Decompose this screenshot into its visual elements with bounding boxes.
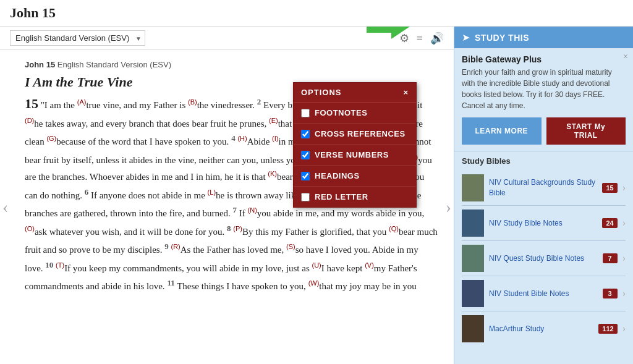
study-bible-name-0: NIV Cultural Backgrounds Study Bible [489,177,597,198]
cross-ref-b[interactable]: (B) [188,98,197,106]
study-bible-chevron-1: › [622,218,626,229]
toolbar-icons: ⚙ ≡ 🔊 [399,32,444,45]
study-bible-thumb-0 [462,174,484,201]
version-selector-wrapper[interactable]: English Standard Version (ESV) [10,30,145,46]
verse-num-6: 6 [85,187,89,197]
audio-icon[interactable]: 🔊 [430,32,444,45]
study-bible-info-1: NIV Study Bible Notes [489,218,597,229]
study-bible-info-4: MacArthur Study [489,324,593,334]
footnotes-checkbox[interactable] [301,109,310,117]
cross-ref-n[interactable]: (N) [248,206,257,214]
bible-panel: English Standard Version (ESV) ⚙ ≡ 🔊 OPT… [0,27,454,364]
study-this-icon: ➤ [462,32,470,43]
study-bible-chevron-3: › [622,288,626,299]
nav-next-button[interactable]: › [446,197,451,217]
page-title: John 15 [10,5,56,21]
cross-ref-u[interactable]: (U) [312,261,321,269]
learn-more-button[interactable]: LEARN MORE [462,117,542,145]
headings-label: HEADINGS [315,171,360,180]
study-bible-badge-2: 7 [603,253,618,263]
cross-ref-e[interactable]: (E) [269,117,278,124]
study-bible-badge-1: 24 [602,218,617,228]
headings-checkbox[interactable] [301,172,310,180]
svg-marker-0 [367,27,410,39]
study-bible-thumb-2 [462,245,484,272]
bible-toolbar: English Standard Version (ESV) ⚙ ≡ 🔊 [0,27,454,50]
verse-num-2: 2 [257,97,261,106]
study-bibles-title: Study Bibles [462,156,626,166]
promo-close-button[interactable]: × [623,52,628,62]
cross-ref-k[interactable]: (K) [268,170,277,177]
footnotes-label: FOOTNOTES [315,108,367,117]
main-layout: English Standard Version (ESV) ⚙ ≡ 🔊 OPT… [0,27,633,364]
study-bible-item-3[interactable]: NIV Student Bible Notes 3 › [462,276,626,311]
cross-references-label: CROSS REFERENCES [315,129,406,138]
study-bible-info-3: NIV Student Bible Notes [489,289,598,299]
study-bible-name-1: NIV Study Bible Notes [489,218,597,229]
cross-ref-g[interactable]: (G) [46,135,56,142]
study-panel-header: ➤ STUDY THIS [454,27,633,48]
verse-num-10: 10 [45,260,53,269]
chapter-reference: John 15 English Standard Version (ESV) [25,60,439,69]
cross-ref-r[interactable]: (R) [171,243,180,250]
promo-box: × Bible Gateway Plus Enrich your faith a… [454,48,633,151]
nav-prev-button[interactable]: ‹ [2,197,8,217]
start-trial-button[interactable]: START My TRIAL [546,117,626,145]
cross-ref-a[interactable]: (A) [77,98,87,106]
study-bible-thumb-4 [462,315,484,342]
study-bible-name-2: NIV Quest Study Bible Notes [489,253,598,264]
study-panel: ➤ STUDY THIS × Bible Gateway Plus Enrich… [454,27,633,364]
cross-references-checkbox[interactable] [301,130,310,138]
option-footnotes[interactable]: FOOTNOTES [294,103,416,124]
options-close-button[interactable]: × [403,88,409,97]
option-verse-numbers[interactable]: VERSE NUMBERS [294,145,416,166]
verse-num-11: 11 [167,278,174,287]
columns-icon[interactable]: ≡ [417,32,423,44]
verse-num-4: 4 [231,133,236,143]
study-bible-chevron-2: › [622,253,626,264]
green-arrow-indicator [367,27,410,39]
study-bible-item-2[interactable]: NIV Quest Study Bible Notes 7 › [462,241,626,276]
options-menu: OPTIONS × FOOTNOTES CROSS REFERENCES VER… [293,82,417,208]
study-bible-badge-4: 112 [598,324,617,334]
promo-buttons: LEARN MORE START My TRIAL [462,117,626,145]
red-letter-label: RED LETTER [315,192,368,201]
study-bible-info-0: NIV Cultural Backgrounds Study Bible [489,177,597,198]
cross-ref-t[interactable]: (T) [56,261,64,269]
verse-numbers-label: VERSE NUMBERS [315,150,389,159]
version-select[interactable]: English Standard Version (ESV) [10,30,145,46]
option-cross-references[interactable]: CROSS REFERENCES [294,124,416,145]
cross-ref-i[interactable]: (I) [272,135,278,142]
study-bible-item-0[interactable]: NIV Cultural Backgrounds Study Bible 15 … [462,171,626,206]
options-title: OPTIONS [301,88,342,97]
study-this-title: STUDY THIS [475,33,529,43]
verse-numbers-checkbox[interactable] [301,151,310,159]
red-letter-checkbox[interactable] [301,193,310,201]
study-bible-badge-0: 15 [602,183,617,193]
cross-ref-v[interactable]: (V) [365,261,374,269]
version-label-inline: English Standard Version (ESV) [57,60,171,69]
study-bible-info-2: NIV Quest Study Bible Notes [489,253,598,264]
promo-text: Enrich your faith and grow in spiritual … [462,67,626,111]
verse-num-15: 15 [25,96,38,111]
study-bible-thumb-1 [462,210,484,237]
options-header: OPTIONS × [294,83,416,103]
option-red-letter[interactable]: RED LETTER [294,187,416,207]
promo-title: Bible Gateway Plus [462,54,626,64]
study-bible-name-3: NIV Student Bible Notes [489,289,598,299]
cross-ref-p[interactable]: (P) [233,225,242,232]
study-bible-item-1[interactable]: NIV Study Bible Notes 24 › [462,206,626,241]
cross-ref-l[interactable]: (L) [208,188,216,196]
study-bible-thumb-3 [462,280,484,307]
cross-ref-o[interactable]: (O) [25,225,35,232]
cross-ref-h[interactable]: (H) [237,135,247,142]
cross-ref-s[interactable]: (S) [286,243,295,250]
cross-ref-q[interactable]: (Q) [389,225,399,232]
cross-ref-w[interactable]: (W) [308,279,320,287]
option-headings[interactable]: HEADINGS [294,166,416,187]
page-header: John 15 [0,0,633,27]
cross-ref-d[interactable]: (D) [25,117,34,124]
chapter-ref-strong: John 15 [25,60,55,69]
study-bible-item-4[interactable]: MacArthur Study 112 › [462,311,626,346]
study-bible-chevron-4: › [622,323,626,334]
